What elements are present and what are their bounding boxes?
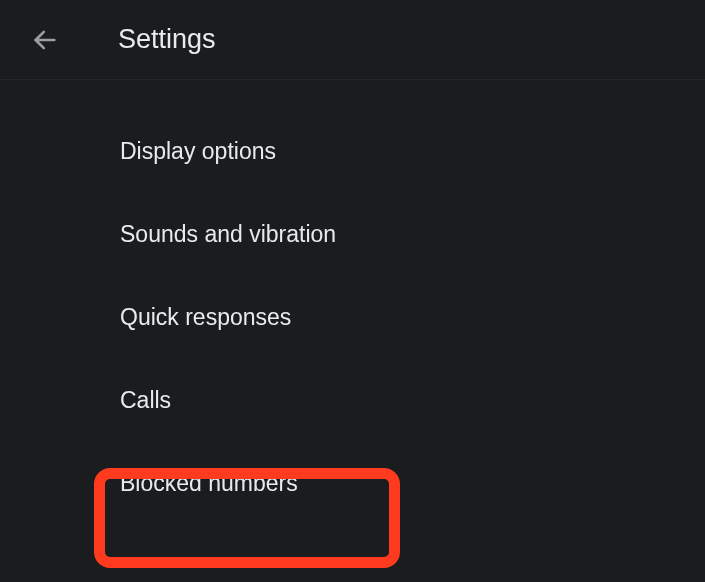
settings-item-calls[interactable]: Calls — [0, 359, 705, 442]
back-icon[interactable] — [30, 25, 60, 55]
settings-item-display-options[interactable]: Display options — [0, 110, 705, 193]
settings-list: Display options Sounds and vibration Qui… — [0, 80, 705, 525]
settings-item-blocked-numbers[interactable]: Blocked numbers — [0, 442, 705, 525]
settings-item-sounds-vibration[interactable]: Sounds and vibration — [0, 193, 705, 276]
settings-item-label: Display options — [120, 138, 276, 164]
settings-item-label: Quick responses — [120, 304, 291, 330]
header: Settings — [0, 0, 705, 80]
settings-item-label: Blocked numbers — [120, 470, 298, 496]
settings-item-quick-responses[interactable]: Quick responses — [0, 276, 705, 359]
settings-item-label: Sounds and vibration — [120, 221, 336, 247]
settings-item-label: Calls — [120, 387, 171, 413]
page-title: Settings — [118, 24, 216, 55]
